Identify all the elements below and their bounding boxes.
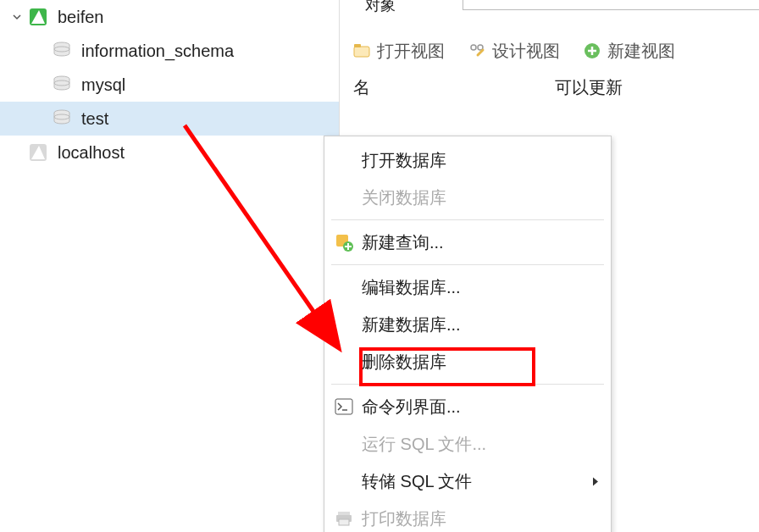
toolbar-label: 打开视图 [377,40,445,63]
svg-rect-9 [354,44,361,47]
design-view-button[interactable]: 设计视图 [467,40,560,63]
cm-label: 转储 SQL 文件 [362,470,472,493]
cm-label: 命令列界面... [362,396,461,418]
tree-db-test[interactable]: test [0,102,339,136]
cm-label: 删除数据库 [362,351,446,374]
chevron-right-icon [592,472,599,491]
cm-label: 运行 SQL 文件... [362,433,486,456]
menu-separator [331,384,604,385]
tree-db-mysql[interactable]: mysql [0,68,339,102]
tree-connection-label: localhost [58,143,125,163]
connection-icon [27,6,49,28]
database-icon [51,40,73,62]
tab-object[interactable]: 对象 [365,0,396,12]
database-icon [51,108,73,130]
new-query-icon [333,231,355,253]
svg-rect-17 [338,512,350,515]
connection-inactive-icon [27,141,49,163]
cm-label: 打印数据库 [362,507,446,530]
database-context-menu: 打开数据库 关闭数据库 新建查询... 编辑数据库... 新建数据库... 删除… [324,136,612,532]
open-view-button[interactable]: 打开视图 [352,40,445,63]
cm-print-database: 打印数据库 [324,500,611,532]
cm-close-database: 关闭数据库 [324,179,611,216]
open-view-icon [352,41,372,61]
cm-label: 新建数据库... [362,313,461,336]
cm-edit-database[interactable]: 编辑数据库... [324,269,611,306]
terminal-icon [333,396,355,418]
toolbar-label: 新建视图 [607,40,675,63]
cm-new-database[interactable]: 新建数据库... [324,306,611,343]
cm-label: 打开数据库 [362,149,446,172]
tree-db-label: test [81,109,108,129]
filter-input[interactable] [463,0,759,10]
connection-tree: beifen information_schema mysql test loc [0,0,339,532]
cm-delete-database[interactable]: 删除数据库 [324,343,611,380]
new-view-button[interactable]: 新建视图 [582,40,675,63]
svg-rect-19 [339,519,349,525]
svg-rect-15 [335,399,352,414]
col-header-updatable[interactable]: 可以更新 [555,76,623,99]
chevron-down-icon[interactable] [12,12,22,22]
cm-label: 新建查询... [362,231,444,254]
cm-command-line[interactable]: 命令列界面... [324,388,611,425]
new-view-icon [582,41,602,61]
cm-open-database[interactable]: 打开数据库 [324,141,611,179]
printer-icon [333,507,355,529]
tree-db-label: mysql [81,75,125,95]
cm-label: 编辑数据库... [362,276,461,299]
menu-separator [331,264,604,265]
database-icon [51,74,73,96]
tree-connection-beifen[interactable]: beifen [0,0,339,34]
design-view-icon [467,41,487,61]
view-toolbar: 打开视图 设计视图 新建视图 [352,34,759,68]
svg-rect-8 [354,47,369,57]
list-header: 名 可以更新 [348,76,759,102]
cm-dump-sql-file[interactable]: 转储 SQL 文件 [324,463,611,500]
tree-db-information-schema[interactable]: information_schema [0,34,339,68]
cm-run-sql-file: 运行 SQL 文件... [324,425,611,463]
cm-label: 关闭数据库 [362,186,446,209]
tree-connection-label: beifen [58,8,104,27]
toolbar-label: 设计视图 [492,40,560,63]
tree-connection-localhost[interactable]: localhost [0,136,339,169]
col-header-name[interactable]: 名 [353,76,370,99]
svg-point-10 [471,45,476,50]
cm-new-query[interactable]: 新建查询... [324,224,611,261]
menu-separator [331,219,604,220]
tree-db-label: information_schema [81,42,234,61]
